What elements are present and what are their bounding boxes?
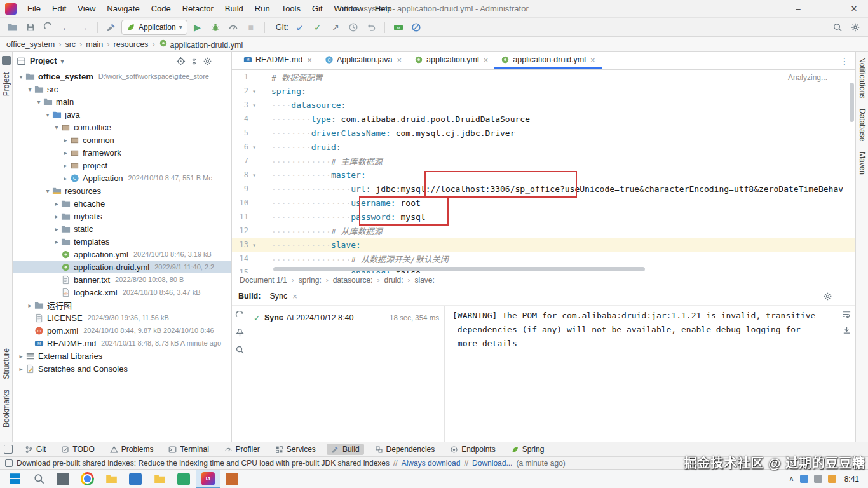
always-download-link[interactable]: Always download [402, 459, 461, 468]
project-tool-icon[interactable] [2, 56, 11, 65]
toolwindow-build[interactable]: Build [327, 444, 364, 455]
toolwindow-profiler[interactable]: Profiler [220, 444, 264, 455]
code-line[interactable]: 5········driverClassName: com.mysql.cj.j… [232, 126, 855, 140]
tree-item[interactable]: ▸mybatis [13, 210, 231, 222]
markdown-preview-button[interactable]: M [391, 20, 406, 35]
rerun-sync-icon[interactable] [235, 311, 245, 320]
gear-icon[interactable] [203, 57, 212, 66]
tree-item[interactable]: LICENSE2024/9/30 19:36, 11.56 kB [13, 311, 231, 324]
start-button[interactable] [3, 470, 27, 488]
build-button[interactable] [104, 20, 119, 35]
menu-window[interactable]: Window [329, 0, 369, 18]
close-icon[interactable]: × [307, 55, 312, 65]
taskbar-search-button[interactable] [27, 470, 51, 488]
menu-tools[interactable]: Tools [276, 0, 306, 18]
code-line[interactable]: 4········type: com.alibaba.druid.pool.Dr… [232, 112, 855, 126]
tree-chevron-icon[interactable]: ▸ [52, 213, 61, 220]
project-panel-title[interactable]: Project [30, 57, 57, 65]
vertical-scrollbar[interactable] [850, 83, 854, 122]
inspect-icon[interactable] [235, 345, 245, 355]
code-line[interactable]: 11················password: mysql [232, 210, 855, 224]
settings-button[interactable] [848, 20, 863, 35]
breadcrumb-item-office_system[interactable]: office_system [6, 40, 55, 49]
tree-chevron-icon[interactable]: ▸ [61, 137, 70, 144]
fold-icon[interactable]: ▾ [248, 172, 260, 179]
tool-tab-notifications[interactable]: Notifications [858, 52, 867, 104]
sync-button[interactable] [41, 20, 56, 35]
tree-item[interactable]: ▸project [13, 159, 231, 172]
chevron-down-icon[interactable]: ▾ [60, 58, 64, 65]
soft-wrap-icon[interactable] [842, 309, 851, 319]
open-button[interactable] [5, 20, 20, 35]
stop-button[interactable]: ■ [243, 20, 259, 35]
build-console[interactable]: [WARNING] The POM for com.alibaba:druid:… [445, 306, 855, 442]
run-configuration-select[interactable]: Application ▾ [121, 20, 187, 35]
menu-navigate[interactable]: Navigate [101, 0, 145, 18]
tree-chevron-icon[interactable]: ▸ [17, 353, 25, 360]
git-update-button[interactable]: ↙ [292, 20, 308, 35]
tree-item[interactable]: </>logback.xml2024/10/10 8:46, 3.47 kB [13, 286, 231, 299]
code-line[interactable]: 3▾····datasource: [232, 98, 855, 112]
tray-icon[interactable] [814, 475, 822, 483]
fold-icon[interactable]: ▾ [248, 144, 260, 151]
code-line[interactable]: 13▾············slave: [232, 238, 855, 252]
tray-icon[interactable] [828, 475, 836, 483]
editor-tab-application-druid.yml[interactable]: application-druid.yml× [494, 52, 601, 69]
tree-item[interactable]: MREADME.md2024/10/11 8:48, 8.73 kB A min… [13, 337, 231, 349]
tree-item[interactable]: mpom.xml2024/10/10 8:44, 9.87 kB 2024/10… [13, 324, 231, 337]
menu-view[interactable]: View [72, 0, 101, 18]
doc-breadcrumb-item[interactable]: druid: [384, 276, 403, 285]
close-icon[interactable]: × [397, 55, 402, 65]
doc-breadcrumb-item[interactable]: spring: [299, 276, 322, 285]
menu-build[interactable]: Build [219, 0, 249, 18]
menu-code[interactable]: Code [146, 0, 177, 18]
tab-options-icon[interactable]: ⋮ [834, 56, 855, 66]
doc-breadcrumb-item[interactable]: datasource: [333, 276, 373, 285]
toolwindow-dependencies[interactable]: Dependencies [370, 444, 440, 455]
tree-chevron-icon[interactable]: ▾ [43, 187, 52, 194]
tree-chevron-icon[interactable]: ▸ [17, 365, 25, 372]
tree-chevron-icon[interactable]: ▸ [52, 238, 61, 245]
tool-tab-structure[interactable]: Structure [2, 343, 11, 384]
tree-chevron-icon[interactable]: ▸ [61, 162, 70, 169]
code-line[interactable]: 6▾········druid: [232, 140, 855, 154]
tree-item[interactable]: ▸ehcache [13, 197, 231, 210]
search-everywhere-button[interactable] [830, 20, 845, 35]
toolwindow-switcher-icon[interactable] [4, 445, 13, 454]
fold-icon[interactable]: ▾ [248, 241, 260, 248]
tree-chevron-icon[interactable]: ▸ [61, 175, 70, 182]
tree-item[interactable]: ▾java [13, 108, 231, 121]
toolwindow-endpoints[interactable]: Endpoints [445, 444, 499, 455]
code-line[interactable]: 8▾············master: [232, 168, 855, 182]
close-icon[interactable]: × [292, 292, 297, 301]
toolwindow-todo[interactable]: TODO [57, 444, 98, 455]
taskbar-app[interactable] [75, 470, 99, 488]
breadcrumb-item-application-druid.yml[interactable]: application-druid.yml [159, 39, 243, 50]
tree-item[interactable]: application-druid.yml2022/9/1 11:40, 2.2 [13, 261, 231, 273]
code-line[interactable]: 12············# 从库数据源 [232, 224, 855, 238]
code-line[interactable]: 7············# 主库数据源 [232, 154, 855, 168]
toolwindow-terminal[interactable]: Terminal [164, 444, 213, 455]
taskbar-app[interactable] [172, 470, 196, 488]
breadcrumb-item-main[interactable]: main [86, 40, 103, 49]
horizontal-scrollbar[interactable] [273, 267, 645, 271]
breadcrumb-item-resources[interactable]: resources [113, 40, 148, 49]
taskbar-app[interactable] [220, 470, 244, 488]
toolwindow-services[interactable]: Services [271, 444, 320, 455]
tree-chevron-icon[interactable]: ▸ [61, 149, 70, 156]
taskbar-app[interactable] [123, 470, 147, 488]
minimize-button[interactable]: – [784, 0, 812, 17]
run-button[interactable]: ▶ [190, 20, 205, 35]
code-line[interactable]: 1# 数据源配置 [232, 70, 855, 84]
fold-icon[interactable]: ▾ [248, 102, 260, 109]
taskbar-app[interactable]: IJ [196, 470, 220, 488]
git-commit-button[interactable]: ✓ [310, 20, 325, 35]
git-rollback-button[interactable] [363, 20, 379, 35]
debug-button[interactable] [208, 20, 223, 35]
tree-chevron-icon[interactable]: ▾ [52, 124, 61, 131]
collapse-all-icon[interactable] [189, 57, 199, 66]
tree-chevron-icon[interactable]: ▸ [52, 200, 61, 207]
tree-item[interactable]: application.yml2024/10/10 8:46, 3.19 kB [13, 248, 231, 261]
menu-help[interactable]: Help [369, 0, 398, 18]
build-tab-sync[interactable]: Sync × [269, 292, 297, 301]
